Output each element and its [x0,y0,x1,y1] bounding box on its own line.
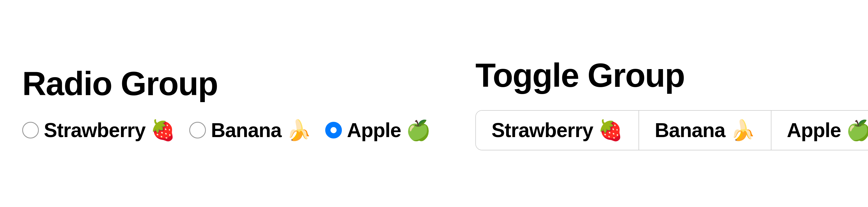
toggle-apple-emoji: 🍏 [846,118,868,142]
radio-item-apple[interactable]: Apple 🍏 [325,118,431,142]
toggle-strawberry-emoji: 🍓 [598,118,623,142]
radio-group-title: Radio Group [22,65,431,102]
toggle-group-title: Toggle Group [475,57,868,93]
radio-label-apple: Apple [347,119,401,142]
banana-emoji: 🍌 [286,118,311,142]
toggle-label-apple: Apple [787,119,841,142]
toggle-item-strawberry[interactable]: Strawberry 🍓 [476,111,639,150]
toggle-section: Toggle Group Strawberry 🍓 Banana 🍌 Apple… [453,40,868,167]
toggle-group: Strawberry 🍓 Banana 🍌 Apple 🍏 [475,110,868,150]
apple-emoji: 🍏 [406,118,431,142]
radio-circle-apple[interactable] [325,122,342,139]
main-container: Radio Group Strawberry 🍓 Banana 🍌 Apple … [0,0,868,207]
radio-circle-banana[interactable] [189,122,206,139]
radio-circle-strawberry[interactable] [22,122,39,139]
radio-item-banana[interactable]: Banana 🍌 [189,118,311,142]
toggle-item-banana[interactable]: Banana 🍌 [639,111,771,150]
toggle-label-strawberry: Strawberry [491,119,593,142]
toggle-banana-emoji: 🍌 [731,118,755,142]
radio-group: Strawberry 🍓 Banana 🍌 Apple 🍏 [22,118,431,142]
toggle-item-apple[interactable]: Apple 🍏 [771,111,868,150]
radio-section: Radio Group Strawberry 🍓 Banana 🍌 Apple … [0,49,453,159]
strawberry-emoji: 🍓 [150,118,175,142]
radio-label-banana: Banana [211,119,281,142]
toggle-label-banana: Banana [655,119,725,142]
radio-label-strawberry: Strawberry [44,119,146,142]
radio-item-strawberry[interactable]: Strawberry 🍓 [22,118,175,142]
